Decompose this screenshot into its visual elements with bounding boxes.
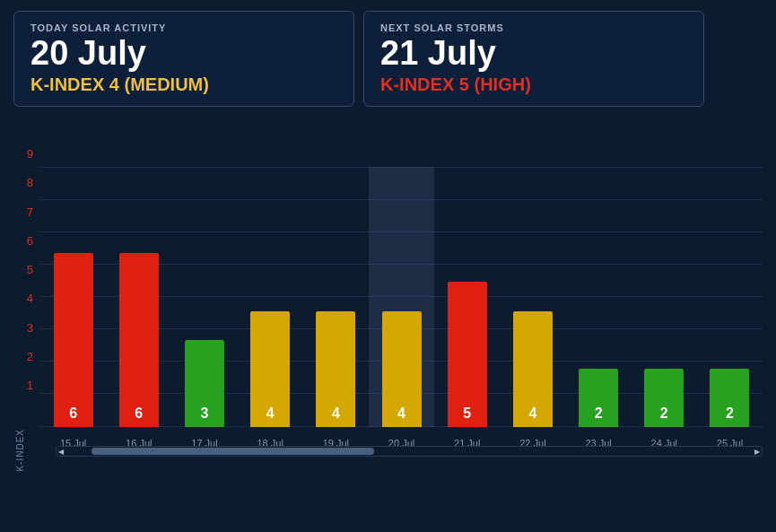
today-card: TODAY SOLAR ACTIVITY 20 July K-INDEX 4 (… — [13, 11, 354, 107]
bottom-row: K-INDEX ◀ ▶ — [13, 429, 763, 472]
y-label-6: 6 — [13, 226, 39, 255]
bar-value-22jul: 4 — [528, 406, 536, 422]
next-date: 21 July — [380, 33, 687, 74]
bar-value-15jul: 6 — [69, 406, 77, 422]
today-date: 20 July — [31, 33, 337, 74]
today-kindex-label: K-INDEX 4 — [31, 74, 119, 94]
today-subtitle: TODAY SOLAR ACTIVITY — [31, 22, 337, 33]
y-label-1: 1 — [13, 371, 39, 399]
scrollbar-container[interactable]: ◀ ▶ — [56, 446, 763, 457]
y-label-4: 4 — [13, 284, 39, 313]
bar-group-19jul: 4 19 Jul — [303, 167, 369, 427]
bar-value-20jul: 4 — [397, 406, 405, 422]
scroll-left-arrow[interactable]: ◀ — [58, 448, 64, 456]
chart-container: 1 2 3 4 5 6 7 8 9 — [0, 122, 776, 472]
bar-22jul: 4 — [513, 311, 553, 427]
bar-value-21jul: 5 — [463, 406, 471, 422]
today-kindex: K-INDEX 4 (MEDIUM) — [31, 74, 337, 95]
y-axis: 1 2 3 4 5 6 7 8 9 — [13, 140, 39, 400]
bar-value-19jul: 4 — [332, 406, 340, 422]
next-subtitle: NEXT SOLAR STORMS — [380, 22, 687, 33]
bar-value-25jul: 2 — [726, 406, 734, 422]
next-kindex: K-INDEX 5 (HIGH) — [380, 74, 687, 95]
bar-group-18jul: 4 18 Jul — [238, 167, 303, 427]
bar-21jul: 5 — [448, 282, 487, 426]
bars-wrapper: 6 15 Jul 6 16 Jul 3 17 Jul — [40, 167, 763, 427]
y-label-5: 5 — [13, 256, 39, 284]
top-cards-row: TODAY SOLAR ACTIVITY 20 July K-INDEX 4 (… — [0, 0, 776, 118]
k-index-vertical-label: K-INDEX — [15, 429, 25, 472]
y-label-8: 8 — [13, 169, 39, 197]
chart-area: 1 2 3 4 5 6 7 8 9 — [13, 122, 763, 427]
bar-group-20jul: 4 20 Jul — [369, 167, 434, 427]
bar-16jul: 6 — [119, 253, 159, 426]
bar-value-23jul: 2 — [595, 406, 603, 422]
bar-group-22jul: 4 22 Jul — [500, 167, 565, 427]
bar-23jul: 2 — [579, 369, 618, 426]
y-label-9: 9 — [13, 140, 39, 169]
scrollbar-track: ◀ ▶ — [57, 447, 762, 456]
bar-group-25jul: 2 25 Jul — [697, 167, 763, 427]
bar-value-17jul: 3 — [201, 406, 209, 422]
scrollbar-thumb[interactable] — [92, 448, 373, 455]
y-label-3: 3 — [13, 313, 39, 342]
bar-value-18jul: 4 — [266, 406, 275, 422]
bar-group-17jul: 3 17 Jul — [171, 167, 237, 427]
bar-group-23jul: 2 23 Jul — [566, 167, 632, 427]
bar-group-16jul: 6 16 Jul — [106, 167, 171, 427]
next-severity: (HIGH) — [474, 74, 530, 94]
bar-20jul: 4 — [382, 311, 422, 427]
bar-group-24jul: 2 24 Jul — [632, 167, 697, 427]
bar-group-15jul: 6 15 Jul — [40, 167, 106, 427]
bar-group-21jul: 5 21 Jul — [434, 167, 500, 427]
bar-18jul: 4 — [250, 311, 290, 427]
today-severity: (MEDIUM) — [124, 74, 208, 94]
bar-19jul: 4 — [316, 311, 355, 427]
app-container: TODAY SOLAR ACTIVITY 20 July K-INDEX 4 (… — [0, 0, 776, 471]
bar-17jul: 3 — [185, 340, 224, 427]
next-kindex-label: K-INDEX 5 — [380, 74, 469, 94]
bar-15jul: 6 — [54, 253, 93, 426]
y-label-7: 7 — [13, 197, 39, 226]
bar-24jul: 2 — [644, 369, 684, 426]
next-card: NEXT SOLAR STORMS 21 July K-INDEX 5 (HIG… — [363, 11, 704, 107]
bar-value-24jul: 2 — [660, 406, 668, 422]
scroll-right-arrow[interactable]: ▶ — [754, 448, 760, 456]
y-label-2: 2 — [13, 342, 39, 371]
bar-25jul: 2 — [710, 369, 749, 426]
bar-value-16jul: 6 — [135, 406, 143, 422]
